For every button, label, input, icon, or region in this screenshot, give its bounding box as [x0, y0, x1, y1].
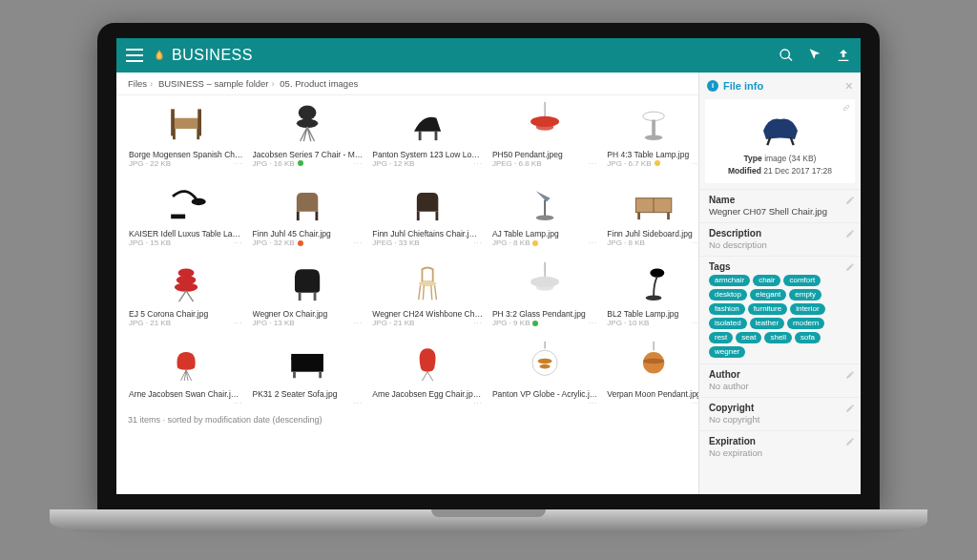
tag[interactable]: shell	[764, 332, 791, 343]
edit-icon[interactable]	[845, 437, 855, 446]
file-name: Panton VP Globe - Acrylic.j…	[492, 389, 597, 399]
tag[interactable]: furniture	[748, 303, 787, 315]
file-meta: JPG · 15 KB ···	[129, 239, 243, 248]
file-card[interactable]: Verpan Moon Pendant.jpg ···	[604, 335, 698, 411]
thumbnail	[607, 177, 698, 227]
file-card[interactable]: Finn Juhl Sideboard.jpg JPG · 8 KB ···	[604, 175, 698, 251]
file-name: Jacobsen Series 7 Chair - M…	[253, 150, 364, 159]
edit-icon[interactable]	[845, 229, 855, 239]
more-icon[interactable]: ···	[354, 239, 364, 248]
more-icon[interactable]: ···	[234, 319, 243, 328]
more-icon[interactable]: ···	[692, 319, 698, 328]
file-name: Finn Juhl 45 Chair.jpg	[253, 229, 364, 239]
more-icon[interactable]: ···	[354, 159, 364, 169]
cursor-icon[interactable]	[807, 48, 822, 63]
more-icon[interactable]: ···	[589, 319, 598, 328]
upload-icon[interactable]	[836, 48, 851, 63]
file-card[interactable]: PH 3:2 Glass Pendant.jpg JPG · 9 KB ···	[489, 255, 600, 331]
edit-icon[interactable]	[845, 370, 855, 380]
more-icon[interactable]: ···	[234, 239, 243, 248]
file-meta: JPG · 16 KB ···	[253, 159, 364, 169]
file-card[interactable]: Panton VP Globe - Acrylic.j… ···	[489, 335, 600, 411]
tag[interactable]: leather	[750, 318, 784, 329]
svg-rect-51	[320, 372, 322, 379]
more-icon[interactable]: ···	[589, 239, 598, 248]
more-icon[interactable]: ···	[473, 319, 483, 328]
more-icon[interactable]: ···	[354, 399, 364, 408]
tag[interactable]: desktop	[709, 289, 747, 301]
thumbnail	[129, 258, 243, 307]
file-card[interactable]: Finn Juhl Chieftains Chair.j… JPEG · 33 …	[369, 175, 486, 251]
tag[interactable]: modern	[787, 318, 824, 329]
svg-point-6	[297, 119, 318, 128]
tag[interactable]: empty	[789, 289, 821, 301]
file-meta: JPG · 21 KB ···	[129, 319, 243, 328]
file-card[interactable]: Panton System 123 Low Lo… JPG · 12 KB ··…	[369, 95, 486, 172]
file-card[interactable]: Wegner Ox Chair.jpg JPG · 13 KB ···	[250, 255, 366, 331]
tag[interactable]: comfort	[783, 275, 821, 286]
more-icon[interactable]: ···	[589, 159, 598, 169]
more-icon[interactable]: ···	[692, 399, 698, 408]
tag[interactable]: armchair	[709, 275, 750, 286]
file-name: PK31 2 Seater Sofa.jpg	[253, 389, 364, 399]
tag[interactable]: rest	[709, 332, 733, 343]
menu-icon[interactable]	[126, 49, 143, 62]
tag[interactable]: interior	[790, 303, 824, 315]
tag[interactable]: seat	[736, 332, 761, 343]
field-author: Author No author	[699, 363, 861, 397]
edit-icon[interactable]	[845, 404, 855, 413]
file-card[interactable]: PH50 Pendant.jpeg JPEG · 6.8 KB ···	[489, 95, 600, 172]
file-card[interactable]: Borge Mogensen Spanish Ch… JPG · 22 KB ·…	[126, 95, 246, 172]
file-card[interactable]: AJ Table Lamp.jpg JPG · 8 KB ···	[489, 175, 600, 251]
file-card[interactable]: KAISER Idell Luxus Table La… JPG · 15 KB…	[126, 175, 246, 251]
file-meta: JPG · 10 KB ···	[607, 319, 698, 328]
more-icon[interactable]: ···	[473, 399, 483, 408]
svg-rect-30	[667, 213, 670, 219]
file-card[interactable]: PK31 2 Seater Sofa.jpg ···	[250, 335, 366, 411]
link-icon[interactable]	[842, 103, 851, 113]
file-meta: JPG · 6.7 KB ···	[607, 159, 698, 169]
edit-icon[interactable]	[845, 196, 855, 205]
file-name: Arne Jacobsen Egg Chair.jp…	[372, 389, 483, 399]
file-meta: JPEG · 33 KB ···	[372, 239, 483, 248]
file-card[interactable]: Arne Jacobsen Swan Chair.j… ···	[126, 335, 246, 411]
more-icon[interactable]: ···	[692, 159, 698, 169]
more-icon[interactable]: ···	[473, 239, 483, 248]
svg-rect-50	[293, 372, 296, 379]
tag[interactable]: sofa	[795, 332, 821, 343]
tag[interactable]: fashion	[709, 303, 745, 315]
file-card[interactable]: Wegner CH24 Wishbone Ch… JPG · 21 KB ···	[369, 255, 486, 331]
tag[interactable]: elegant	[750, 289, 786, 301]
svg-point-43	[646, 295, 662, 301]
more-icon[interactable]: ···	[473, 159, 483, 169]
file-card[interactable]: BL2 Table Lamp.jpg JPG · 10 KB ···	[604, 255, 698, 331]
close-icon[interactable]: ×	[845, 78, 853, 93]
file-meta: JPG · 22 KB ···	[129, 159, 243, 169]
thumbnail	[607, 98, 698, 148]
svg-rect-0	[173, 118, 199, 129]
file-card[interactable]: PH 4:3 Table Lamp.jpg JPG · 6.7 KB ···	[604, 95, 698, 172]
search-icon[interactable]	[779, 48, 794, 63]
file-name: PH50 Pendant.jpeg	[492, 150, 597, 159]
tag[interactable]: chair	[753, 275, 780, 286]
file-meta: JPG · 8 KB ···	[492, 239, 597, 248]
thumbnail	[372, 98, 483, 148]
file-meta: JPG · 12 KB ···	[372, 159, 483, 169]
svg-rect-29	[638, 213, 641, 219]
file-card[interactable]: Jacobsen Series 7 Chair - M… JPG · 16 KB…	[250, 95, 366, 172]
tag[interactable]: wegner	[709, 346, 745, 358]
thumbnail	[372, 258, 483, 307]
more-icon[interactable]: ···	[234, 159, 243, 169]
file-card[interactable]: Arne Jacobsen Egg Chair.jp… ···	[369, 335, 486, 411]
edit-icon[interactable]	[845, 262, 855, 272]
tag[interactable]: isolated	[709, 318, 747, 329]
file-card[interactable]: EJ 5 Corona Chair.jpg JPG · 21 KB ···	[126, 255, 246, 331]
svg-point-54	[538, 359, 552, 364]
file-card[interactable]: Finn Juhl 45 Chair.jpg JPG · 32 KB ···	[250, 175, 366, 251]
more-icon[interactable]: ···	[589, 399, 598, 408]
field-name: Name Wegner CH07 Shell Chair.jpg	[699, 189, 861, 222]
more-icon[interactable]: ···	[354, 319, 364, 328]
thumbnail	[492, 338, 597, 387]
more-icon[interactable]: ···	[692, 239, 698, 248]
more-icon[interactable]: ···	[234, 399, 243, 408]
